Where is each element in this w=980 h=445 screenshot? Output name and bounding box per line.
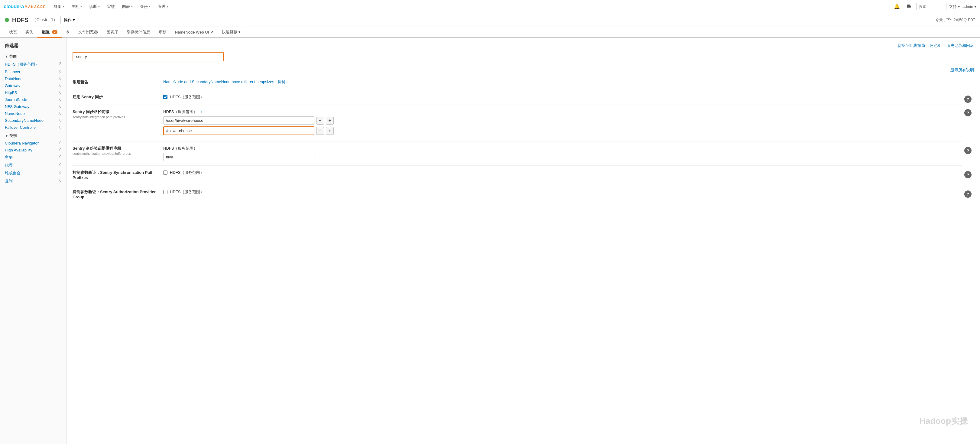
suppress-sync-row: 抑制参数验证：Sentry Synchronization Path Prefi… <box>73 166 974 185</box>
search-box-container <box>73 52 974 61</box>
enable-sentry-help-icon[interactable]: ? <box>964 95 972 103</box>
logo: cloudera MANAGER <box>4 4 46 10</box>
sidebar-section-category[interactable]: ▼ 类别 <box>0 131 66 140</box>
path-input-2[interactable] <box>163 126 314 135</box>
history-rollback-link[interactable]: 历史记录和回滚 <box>947 43 974 48</box>
sidebar-item-failover-controller[interactable]: Failover Controller0 <box>0 124 66 131</box>
sidebar-item-journalnode[interactable]: JournalNode0 <box>0 96 66 103</box>
suppress-auth-row: 抑制参数验证：Sentry Authorization Provider Gro… <box>73 185 974 204</box>
config-search-input[interactable] <box>73 52 224 61</box>
path-row-2: − + <box>163 126 962 135</box>
nav-hosts[interactable]: 主机 ▾ <box>68 0 85 13</box>
role-group-link[interactable]: 角色组 <box>930 43 942 48</box>
sentry-auth-help-icon[interactable]: ? <box>964 147 972 154</box>
enable-sentry-row: 启用 Sentry 同步 HDFS（服务范围） ← ? <box>73 90 974 105</box>
search-input[interactable] <box>916 3 947 10</box>
service-header: HDFS （Cluster 1） 操作 ▾ 今天，下午2点50分 EDT <box>0 13 980 27</box>
nav-manage[interactable]: 管理 ▾ <box>155 0 172 13</box>
tab-charts[interactable]: 图表库 <box>102 27 123 38</box>
nav-charts[interactable]: 图表 ▾ <box>119 0 136 13</box>
add-path-1-btn[interactable]: + <box>326 117 334 124</box>
sidebar-item-balancer[interactable]: Balancer0 <box>0 68 66 75</box>
suppress-sync-checkbox[interactable] <box>163 170 167 175</box>
sentry-path-help-icon[interactable]: ? <box>964 109 972 116</box>
sidebar-item-gateway[interactable]: Gateway0 <box>0 82 66 89</box>
enable-sentry-checkbox[interactable] <box>163 95 167 99</box>
suppress-auth-checkbox[interactable] <box>163 190 167 194</box>
sidebar-item-httpfs[interactable]: HttpFS0 <box>0 89 66 96</box>
support-menu[interactable]: 支持 ▾ <box>949 4 960 10</box>
tab-config[interactable]: 配置 2 <box>38 27 62 38</box>
add-path-2-btn[interactable]: + <box>326 127 334 135</box>
sidebar-item-datanode[interactable]: DataNode0 <box>0 75 66 82</box>
top-nav: cloudera MANAGER 群集 ▾ 主机 ▾ 诊断 ▾ 审核 图表 ▾ … <box>0 0 980 13</box>
sidebar: 筛选器 ▼ 范围 HDFS（服务范围）5 Balancer0 DataNode0… <box>0 38 67 444</box>
sidebar-item-proxy[interactable]: 代理0 <box>0 161 66 169</box>
config-badge: 2 <box>52 30 57 34</box>
sentry-auth-label: Sentry 身份验证提供程序组 sentry.authorization-pr… <box>73 146 157 156</box>
sidebar-item-hdfs[interactable]: HDFS（服务范围）5 <box>0 60 66 68</box>
enable-sentry-value: HDFS（服务范围） ← <box>163 94 962 100</box>
service-title: HDFS （Cluster 1） 操作 ▾ <box>5 16 78 24</box>
tab-status[interactable]: 状态 <box>5 27 21 38</box>
sentry-path-label: Sentry 同步路径前缀 sentry.hdfs.integration.pa… <box>73 109 157 119</box>
sentry-auth-value: HDFS（服务范围） <box>163 146 962 161</box>
show-all-desc-link[interactable]: 显示所有说明 <box>73 67 974 73</box>
logo-manager: MANAGER <box>25 5 46 8</box>
status-dot <box>5 18 9 22</box>
tab-cache[interactable]: 缓存统计信息 <box>123 27 154 38</box>
datetime: 今天，下午2点50分 EDT <box>935 17 975 23</box>
service-name: HDFS <box>12 17 29 24</box>
suppress-auth-help-icon[interactable]: ? <box>964 191 972 198</box>
tab-namenode-webui[interactable]: NameNode Web UI ↗ <box>171 27 218 38</box>
sidebar-item-replication[interactable]: 复制0 <box>0 177 66 185</box>
remove-path-2-btn[interactable]: − <box>316 127 324 135</box>
main-layout: 筛选器 ▼ 范围 HDFS（服务范围）5 Balancer0 DataNode0… <box>0 38 980 444</box>
nav-audit[interactable]: 审核 <box>104 0 118 13</box>
nav-diagnostics[interactable]: 诊断 ▾ <box>86 0 103 13</box>
sidebar-item-secondary-namenode[interactable]: SecondaryNameNode0 <box>0 117 66 124</box>
path-input-1[interactable] <box>163 116 314 124</box>
tab-quicklinks[interactable]: 快速链接 ▾ <box>218 27 245 38</box>
notification-icon[interactable]: 🔔 <box>892 2 902 11</box>
suppress-sync-label: 抑制参数验证：Sentry Synchronization Path Prefi… <box>73 170 157 181</box>
warning-label: 常规警告 <box>73 79 157 86</box>
sentry-auth-input[interactable] <box>163 153 314 161</box>
switch-layout-link[interactable]: 切换至经典布局 <box>897 43 925 48</box>
sentry-auth-row: Sentry 身份验证提供程序组 sentry.authorization-pr… <box>73 141 974 166</box>
enable-sentry-label: 启用 Sentry 同步 <box>73 94 157 100</box>
tab-command[interactable]: 令 <box>62 27 74 38</box>
admin-menu[interactable]: admin ▾ <box>963 4 976 9</box>
tab-audit[interactable]: 审核 <box>154 27 171 38</box>
nav-backup[interactable]: 备份 ▾ <box>137 0 154 13</box>
sidebar-item-stack-collection[interactable]: 堆栈集合0 <box>0 169 66 177</box>
tab-bar: 状态 实例 配置 2 令 文件浏览器 图表库 缓存统计信息 审核 NameNod… <box>0 27 980 38</box>
sidebar-item-high-availability[interactable]: High Availability0 <box>0 146 66 154</box>
sidebar-item-cloudera-navigator[interactable]: Cloudera Navigator0 <box>0 140 66 146</box>
warning-row: 常规警告 NameNode and SecondaryNameNode have… <box>73 75 974 90</box>
suppress-sync-value: HDFS（服务范围） <box>163 170 962 175</box>
suppress-warning-link[interactable]: 抑制... <box>278 80 288 84</box>
suppress-auth-label: 抑制参数验证：Sentry Authorization Provider Gro… <box>73 189 157 200</box>
tab-filebrowser[interactable]: 文件浏览器 <box>74 27 102 38</box>
tab-instances[interactable]: 实例 <box>21 27 38 38</box>
sidebar-item-main[interactable]: 主要0 <box>0 154 66 161</box>
nav-clusters[interactable]: 群集 ▾ <box>51 0 67 13</box>
content-area: 切换至经典布局 角色组 历史记录和回滚 显示所有说明 常规警告 NameNode… <box>67 38 980 444</box>
sidebar-item-nfs-gateway[interactable]: NFS Gateway0 <box>0 103 66 110</box>
remove-path-1-btn[interactable]: − <box>316 117 324 124</box>
suppress-sync-help-icon[interactable]: ? <box>964 171 972 178</box>
warning-value: NameNode and SecondaryNameNode have diff… <box>163 79 962 85</box>
content-toolbar: 切换至经典布局 角色组 历史记录和回滚 <box>73 43 974 48</box>
logo-cloudera: cloudera <box>4 4 24 10</box>
suppress-auth-value: HDFS（服务范围） <box>163 189 962 195</box>
sentry-path-value: HDFS（服务范围） ← − + − + <box>163 109 962 137</box>
sidebar-section-scope[interactable]: ▼ 范围 <box>0 52 66 60</box>
sidebar-title: 筛选器 <box>0 43 66 52</box>
action-button[interactable]: 操作 ▾ <box>60 16 78 24</box>
cluster-label: （Cluster 1） <box>32 17 57 23</box>
sidebar-item-namenode[interactable]: NameNode0 <box>0 110 66 117</box>
help-nav-icon[interactable]: ⛟ <box>904 2 914 11</box>
path-row-1: − + <box>163 116 962 124</box>
sentry-path-row: Sentry 同步路径前缀 sentry.hdfs.integration.pa… <box>73 105 974 141</box>
